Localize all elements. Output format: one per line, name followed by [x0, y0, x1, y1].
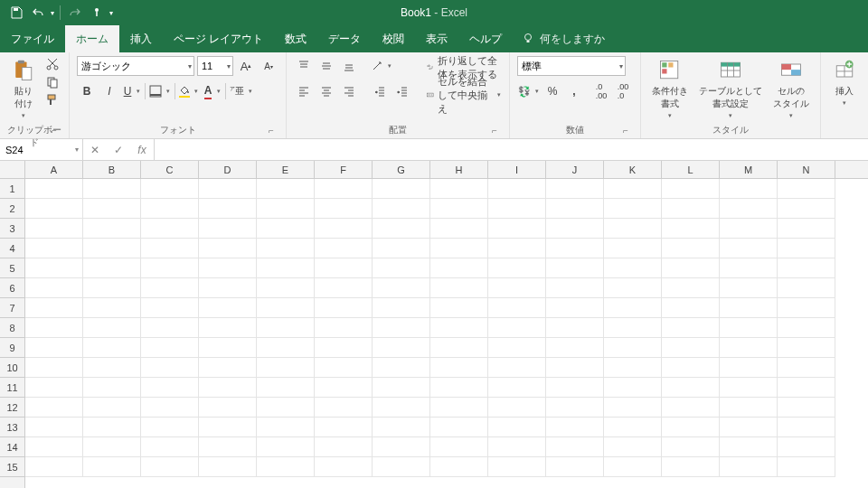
cell[interactable] [199, 457, 257, 477]
cell[interactable] [604, 457, 662, 477]
align-top-button[interactable] [294, 56, 314, 76]
tab-data[interactable]: データ [317, 25, 372, 52]
cell[interactable] [315, 179, 373, 199]
cell[interactable] [373, 278, 430, 298]
cell[interactable] [778, 398, 835, 418]
cell[interactable] [546, 199, 604, 219]
undo-icon[interactable] [29, 4, 47, 22]
name-box[interactable]: S24 ▾ [0, 139, 83, 160]
cell[interactable] [604, 358, 662, 378]
cell[interactable] [430, 398, 488, 418]
formula-input[interactable] [155, 139, 868, 160]
cell[interactable] [778, 199, 835, 219]
font-size-combo[interactable]: 11▾ [197, 56, 233, 76]
cell[interactable] [720, 258, 778, 278]
tab-formulas[interactable]: 数式 [274, 25, 317, 52]
tab-home[interactable]: ホーム [65, 25, 119, 52]
cell[interactable] [25, 199, 83, 219]
tab-page-layout[interactable]: ページ レイアウト [163, 25, 274, 52]
cell[interactable] [199, 437, 257, 457]
cell[interactable] [430, 358, 488, 378]
cell[interactable] [25, 239, 83, 258]
cell[interactable] [83, 298, 141, 318]
cell[interactable] [141, 398, 199, 418]
number-format-combo[interactable]: 標準▾ [517, 56, 626, 76]
cell[interactable] [604, 338, 662, 358]
cell[interactable] [315, 418, 373, 437]
insert-cells-button[interactable]: 挿入▾ [828, 56, 861, 108]
column-header[interactable]: G [373, 161, 430, 178]
cell[interactable] [488, 199, 546, 219]
cell[interactable] [373, 318, 430, 338]
cell[interactable] [25, 258, 83, 278]
cell[interactable] [778, 298, 835, 318]
row-header[interactable]: 6 [0, 278, 24, 298]
cell[interactable] [83, 318, 141, 338]
cell[interactable] [720, 318, 778, 338]
cell[interactable] [720, 358, 778, 378]
cell[interactable] [546, 258, 604, 278]
copy-button[interactable] [43, 74, 61, 90]
redo-icon[interactable] [66, 4, 84, 22]
cell[interactable] [488, 258, 546, 278]
cell[interactable] [778, 179, 835, 199]
cell[interactable] [83, 358, 141, 378]
cell[interactable] [25, 298, 83, 318]
cell[interactable] [720, 338, 778, 358]
cell[interactable] [778, 278, 835, 298]
cell[interactable] [199, 418, 257, 437]
phonetic-button[interactable]: ア亜 [229, 81, 254, 101]
column-header[interactable]: K [604, 161, 662, 178]
cell[interactable] [257, 398, 315, 418]
cell[interactable] [199, 398, 257, 418]
cells-area[interactable] [25, 179, 868, 488]
row-header[interactable]: 10 [0, 358, 24, 378]
cell[interactable] [83, 457, 141, 477]
cell[interactable] [257, 278, 315, 298]
cell[interactable] [430, 418, 488, 437]
column-header[interactable]: M [720, 161, 778, 178]
paste-button[interactable]: 貼り付け ▾ [7, 56, 40, 121]
cell[interactable] [430, 179, 488, 199]
cell[interactable] [604, 278, 662, 298]
align-middle-button[interactable] [316, 56, 336, 76]
cell[interactable] [25, 457, 83, 477]
cell[interactable] [315, 199, 373, 219]
decrease-font-button[interactable]: A▾ [259, 56, 278, 76]
row-header[interactable]: 1 [0, 179, 24, 199]
font-color-button[interactable]: A [203, 81, 222, 101]
column-header[interactable]: B [83, 161, 141, 178]
cell[interactable] [373, 338, 430, 358]
tab-insert[interactable]: 挿入 [119, 25, 163, 52]
cell[interactable] [315, 318, 373, 338]
cell[interactable] [25, 318, 83, 338]
cell[interactable] [662, 219, 720, 239]
cell[interactable] [430, 278, 488, 298]
cell[interactable] [488, 219, 546, 239]
row-header[interactable]: 11 [0, 378, 24, 398]
cell[interactable] [604, 418, 662, 437]
cell[interactable] [662, 338, 720, 358]
cell[interactable] [778, 437, 835, 457]
cell[interactable] [373, 418, 430, 437]
cell[interactable] [25, 358, 83, 378]
cell[interactable] [430, 437, 488, 457]
cell[interactable] [778, 418, 835, 437]
cell[interactable] [25, 278, 83, 298]
cell[interactable] [546, 239, 604, 258]
qat-customize-icon[interactable]: ▾ [109, 9, 113, 17]
cell[interactable] [199, 358, 257, 378]
percent-button[interactable]: % [542, 81, 562, 101]
dialog-launcher-icon[interactable]: ⌐ [49, 125, 60, 136]
column-header[interactable]: E [257, 161, 315, 178]
cell[interactable] [720, 199, 778, 219]
cell[interactable] [546, 179, 604, 199]
cell[interactable] [662, 398, 720, 418]
cell[interactable] [141, 219, 199, 239]
cell[interactable] [83, 258, 141, 278]
cell[interactable] [430, 318, 488, 338]
cell[interactable] [257, 318, 315, 338]
cell[interactable] [257, 199, 315, 219]
merge-center-button[interactable]: セルを結合して中央揃え [423, 83, 502, 107]
fill-color-button[interactable] [178, 81, 200, 101]
